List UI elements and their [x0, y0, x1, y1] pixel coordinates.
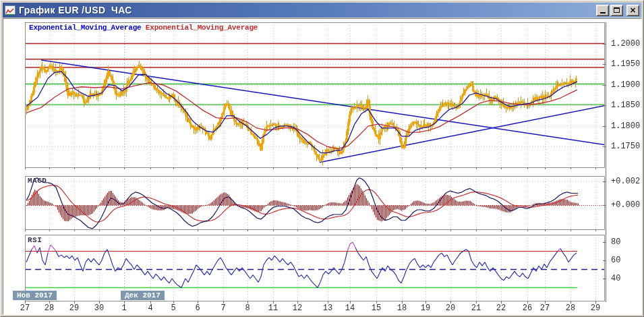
- chart-window: Exponential_Moving_Average Exponential_M…: [0, 0, 644, 317]
- title-bar[interactable]: График EUR /USD ЧАС ×: [3, 3, 641, 18]
- minimize-icon: [600, 12, 606, 13]
- maximize-button[interactable]: [610, 5, 623, 16]
- window-title: График EUR /USD ЧАС: [19, 5, 132, 16]
- chart-icon: [5, 5, 16, 15]
- chart-canvas[interactable]: [1, 1, 644, 317]
- close-icon: ×: [629, 6, 636, 14]
- maximize-icon: [614, 7, 620, 13]
- close-button[interactable]: ×: [626, 5, 639, 16]
- minimize-button[interactable]: [596, 5, 609, 16]
